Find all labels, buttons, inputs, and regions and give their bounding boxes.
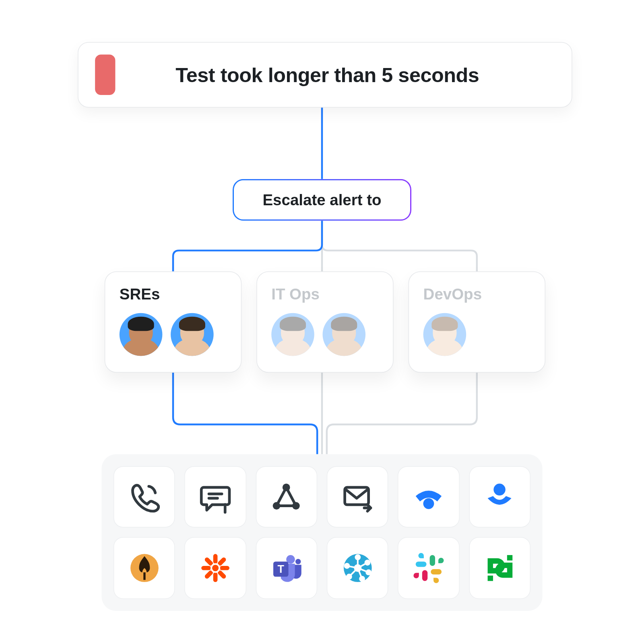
svg-rect-13	[213, 572, 218, 582]
channel-sms[interactable]	[185, 466, 246, 528]
team-avatars	[120, 313, 227, 356]
alert-severity-indicator	[95, 54, 115, 95]
opsgenie-icon	[483, 480, 517, 514]
zapier-icon	[198, 551, 233, 585]
team-card-devops[interactable]: DevOps	[409, 271, 545, 373]
channel-grid: T	[101, 454, 542, 611]
team-title: DevOps	[423, 285, 530, 303]
escalate-label: Escalate alert to	[262, 191, 381, 209]
channel-pagerduty[interactable]	[469, 537, 530, 599]
alert-card: Test took longer than 5 seconds	[78, 42, 572, 107]
team-title: IT Ops	[271, 285, 378, 303]
svg-point-9	[494, 483, 506, 495]
avatar	[423, 313, 466, 356]
svg-text:T: T	[278, 563, 285, 575]
channel-msteams[interactable]: T	[256, 537, 317, 599]
svg-rect-42	[422, 570, 427, 581]
svg-rect-44	[488, 576, 493, 581]
channel-phone[interactable]	[114, 466, 175, 528]
svg-rect-15	[220, 566, 229, 570]
channel-slack[interactable]	[398, 537, 460, 599]
svg-point-37	[347, 574, 351, 579]
svg-rect-12	[213, 554, 218, 564]
svg-rect-41	[431, 569, 442, 574]
team-card-sres[interactable]: SREs	[105, 271, 242, 373]
email-icon	[340, 480, 375, 514]
team-row: SREs IT Ops DevOps	[105, 271, 545, 373]
channel-hub[interactable]	[327, 537, 388, 599]
channel-webhook[interactable]	[256, 466, 317, 528]
team-card-itops[interactable]: IT Ops	[256, 271, 393, 373]
channel-email[interactable]	[327, 466, 388, 528]
svg-point-21	[212, 565, 219, 571]
avatar	[322, 313, 365, 356]
svg-point-8	[423, 498, 434, 509]
svg-point-31	[365, 560, 369, 565]
svg-point-23	[296, 559, 301, 564]
channel-statuspage[interactable]	[398, 466, 460, 528]
alert-text: Test took longer than 5 seconds	[136, 63, 555, 87]
phone-icon	[127, 480, 162, 514]
slack-icon	[411, 551, 446, 585]
hub-icon	[340, 551, 375, 585]
channel-opsgenie[interactable]	[469, 466, 530, 528]
svg-rect-43	[416, 561, 427, 567]
svg-point-35	[360, 577, 364, 581]
svg-point-3	[225, 503, 226, 504]
svg-rect-14	[201, 566, 211, 570]
avatar	[171, 313, 214, 356]
escalate-action[interactable]: Escalate alert to	[233, 179, 411, 221]
avatar	[271, 313, 314, 356]
svg-point-29	[355, 555, 360, 559]
channel-firehydrant[interactable]	[114, 537, 175, 599]
svg-point-39	[345, 564, 349, 568]
webhook-icon	[269, 480, 304, 514]
firehydrant-icon	[127, 551, 162, 585]
svg-point-33	[366, 570, 371, 575]
statuspage-icon	[411, 480, 446, 514]
pagerduty-icon	[483, 551, 517, 585]
avatar	[120, 313, 163, 356]
svg-rect-40	[430, 555, 435, 566]
team-avatars	[271, 313, 378, 356]
team-title: SREs	[120, 285, 227, 303]
msteams-icon: T	[269, 551, 304, 585]
escalation-diagram: Test took longer than 5 seconds Escalate…	[0, 0, 644, 644]
team-avatars	[423, 313, 530, 356]
channel-zapier[interactable]	[185, 537, 246, 599]
svg-rect-45	[507, 555, 512, 560]
message-icon	[198, 480, 233, 514]
